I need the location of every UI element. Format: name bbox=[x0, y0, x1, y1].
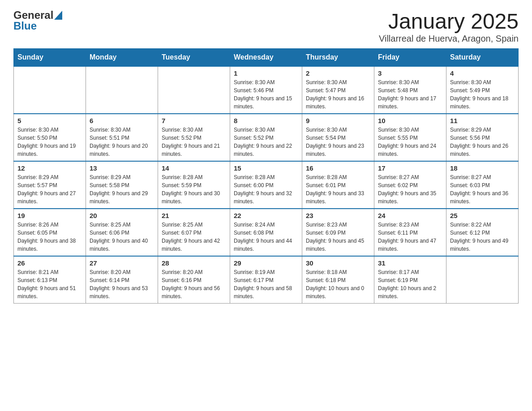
svg-marker-0 bbox=[54, 11, 62, 20]
day-info: Sunrise: 8:30 AM Sunset: 5:51 PM Dayligh… bbox=[90, 126, 154, 158]
day-number: 29 bbox=[234, 259, 298, 267]
calendar-cell: 17Sunrise: 8:27 AM Sunset: 6:02 PM Dayli… bbox=[374, 161, 446, 209]
day-number: 22 bbox=[234, 212, 298, 219]
calendar-cell: 28Sunrise: 8:20 AM Sunset: 6:16 PM Dayli… bbox=[158, 256, 230, 304]
day-info: Sunrise: 8:27 AM Sunset: 6:03 PM Dayligh… bbox=[450, 173, 515, 206]
day-number: 31 bbox=[378, 259, 442, 267]
calendar-cell: 3Sunrise: 8:30 AM Sunset: 5:48 PM Daylig… bbox=[374, 66, 446, 114]
day-info: Sunrise: 8:30 AM Sunset: 5:54 PM Dayligh… bbox=[306, 126, 370, 158]
day-number: 20 bbox=[90, 212, 154, 219]
day-info: Sunrise: 8:28 AM Sunset: 6:01 PM Dayligh… bbox=[306, 173, 370, 206]
day-header-sunday: Sunday bbox=[14, 49, 86, 67]
day-info: Sunrise: 8:23 AM Sunset: 6:09 PM Dayligh… bbox=[306, 221, 370, 253]
day-info: Sunrise: 8:28 AM Sunset: 6:00 PM Dayligh… bbox=[234, 173, 298, 206]
calendar-cell: 22Sunrise: 8:24 AM Sunset: 6:08 PM Dayli… bbox=[230, 209, 302, 256]
calendar-week-5: 26Sunrise: 8:21 AM Sunset: 6:13 PM Dayli… bbox=[14, 256, 519, 304]
day-number: 26 bbox=[17, 259, 82, 267]
day-number: 15 bbox=[234, 164, 298, 172]
calendar-cell: 26Sunrise: 8:21 AM Sunset: 6:13 PM Dayli… bbox=[14, 256, 86, 304]
calendar-cell: 8Sunrise: 8:30 AM Sunset: 5:52 PM Daylig… bbox=[230, 114, 302, 161]
day-info: Sunrise: 8:30 AM Sunset: 5:50 PM Dayligh… bbox=[17, 126, 82, 158]
day-header-monday: Monday bbox=[86, 49, 158, 67]
day-header-tuesday: Tuesday bbox=[158, 49, 230, 67]
day-number: 8 bbox=[234, 117, 298, 124]
day-number: 21 bbox=[162, 212, 226, 219]
calendar-cell: 14Sunrise: 8:28 AM Sunset: 5:59 PM Dayli… bbox=[158, 161, 230, 209]
day-info: Sunrise: 8:20 AM Sunset: 6:16 PM Dayligh… bbox=[162, 268, 226, 300]
day-info: Sunrise: 8:20 AM Sunset: 6:14 PM Dayligh… bbox=[90, 268, 154, 300]
calendar-title: January 2025 bbox=[379, 9, 519, 34]
day-number: 7 bbox=[162, 117, 226, 124]
calendar-week-3: 12Sunrise: 8:29 AM Sunset: 5:57 PM Dayli… bbox=[14, 161, 519, 209]
day-number: 4 bbox=[450, 69, 515, 77]
calendar-cell: 30Sunrise: 8:18 AM Sunset: 6:18 PM Dayli… bbox=[302, 256, 374, 304]
day-info: Sunrise: 8:30 AM Sunset: 5:52 PM Dayligh… bbox=[234, 126, 298, 158]
day-number: 14 bbox=[162, 164, 226, 172]
day-info: Sunrise: 8:18 AM Sunset: 6:18 PM Dayligh… bbox=[306, 268, 370, 300]
calendar-cell bbox=[86, 66, 158, 114]
calendar-cell bbox=[158, 66, 230, 114]
day-number: 25 bbox=[450, 212, 515, 219]
logo-blue-text: Blue bbox=[13, 20, 37, 32]
day-header-row: SundayMondayTuesdayWednesdayThursdayFrid… bbox=[14, 49, 519, 67]
page-header: General Blue January 2025 Villarreal de … bbox=[13, 9, 519, 44]
day-info: Sunrise: 8:23 AM Sunset: 6:11 PM Dayligh… bbox=[378, 221, 442, 253]
calendar-week-1: 1Sunrise: 8:30 AM Sunset: 5:46 PM Daylig… bbox=[14, 66, 519, 114]
day-number: 11 bbox=[450, 117, 515, 124]
day-info: Sunrise: 8:30 AM Sunset: 5:46 PM Dayligh… bbox=[234, 78, 298, 111]
day-number: 24 bbox=[378, 212, 442, 219]
calendar-week-2: 5Sunrise: 8:30 AM Sunset: 5:50 PM Daylig… bbox=[14, 114, 519, 161]
day-info: Sunrise: 8:30 AM Sunset: 5:48 PM Dayligh… bbox=[378, 78, 442, 111]
calendar-cell: 31Sunrise: 8:17 AM Sunset: 6:19 PM Dayli… bbox=[374, 256, 446, 304]
day-number: 10 bbox=[378, 117, 442, 124]
day-header-friday: Friday bbox=[374, 49, 446, 67]
day-info: Sunrise: 8:17 AM Sunset: 6:19 PM Dayligh… bbox=[378, 268, 442, 300]
calendar-cell: 25Sunrise: 8:22 AM Sunset: 6:12 PM Dayli… bbox=[446, 209, 519, 256]
logo-triangle-icon bbox=[54, 11, 62, 20]
calendar-cell: 27Sunrise: 8:20 AM Sunset: 6:14 PM Dayli… bbox=[86, 256, 158, 304]
day-info: Sunrise: 8:27 AM Sunset: 6:02 PM Dayligh… bbox=[378, 173, 442, 206]
day-info: Sunrise: 8:26 AM Sunset: 6:05 PM Dayligh… bbox=[17, 221, 82, 253]
calendar-header: SundayMondayTuesdayWednesdayThursdayFrid… bbox=[14, 49, 519, 67]
calendar-cell: 6Sunrise: 8:30 AM Sunset: 5:51 PM Daylig… bbox=[86, 114, 158, 161]
day-number: 28 bbox=[162, 259, 226, 267]
calendar-table: SundayMondayTuesdayWednesdayThursdayFrid… bbox=[13, 48, 519, 304]
title-block: January 2025 Villarreal de Huerva, Arago… bbox=[379, 9, 519, 44]
day-number: 12 bbox=[17, 164, 82, 172]
day-info: Sunrise: 8:25 AM Sunset: 6:06 PM Dayligh… bbox=[90, 221, 154, 253]
calendar-cell: 13Sunrise: 8:29 AM Sunset: 5:58 PM Dayli… bbox=[86, 161, 158, 209]
calendar-cell: 4Sunrise: 8:30 AM Sunset: 5:49 PM Daylig… bbox=[446, 66, 519, 114]
day-number: 23 bbox=[306, 212, 370, 219]
day-info: Sunrise: 8:28 AM Sunset: 5:59 PM Dayligh… bbox=[162, 173, 226, 206]
calendar-cell bbox=[14, 66, 86, 114]
calendar-cell: 19Sunrise: 8:26 AM Sunset: 6:05 PM Dayli… bbox=[14, 209, 86, 256]
calendar-cell: 16Sunrise: 8:28 AM Sunset: 6:01 PM Dayli… bbox=[302, 161, 374, 209]
day-info: Sunrise: 8:19 AM Sunset: 6:17 PM Dayligh… bbox=[234, 268, 298, 300]
day-number: 2 bbox=[306, 69, 370, 77]
calendar-cell: 29Sunrise: 8:19 AM Sunset: 6:17 PM Dayli… bbox=[230, 256, 302, 304]
calendar-cell: 15Sunrise: 8:28 AM Sunset: 6:00 PM Dayli… bbox=[230, 161, 302, 209]
day-info: Sunrise: 8:21 AM Sunset: 6:13 PM Dayligh… bbox=[17, 268, 82, 300]
day-info: Sunrise: 8:22 AM Sunset: 6:12 PM Dayligh… bbox=[450, 221, 515, 253]
calendar-cell: 1Sunrise: 8:30 AM Sunset: 5:46 PM Daylig… bbox=[230, 66, 302, 114]
calendar-cell: 7Sunrise: 8:30 AM Sunset: 5:52 PM Daylig… bbox=[158, 114, 230, 161]
calendar-cell: 24Sunrise: 8:23 AM Sunset: 6:11 PM Dayli… bbox=[374, 209, 446, 256]
calendar-cell: 12Sunrise: 8:29 AM Sunset: 5:57 PM Dayli… bbox=[14, 161, 86, 209]
calendar-week-4: 19Sunrise: 8:26 AM Sunset: 6:05 PM Dayli… bbox=[14, 209, 519, 256]
day-number: 17 bbox=[378, 164, 442, 172]
day-number: 6 bbox=[90, 117, 154, 124]
calendar-cell: 18Sunrise: 8:27 AM Sunset: 6:03 PM Dayli… bbox=[446, 161, 519, 209]
day-header-wednesday: Wednesday bbox=[230, 49, 302, 67]
calendar-cell: 23Sunrise: 8:23 AM Sunset: 6:09 PM Dayli… bbox=[302, 209, 374, 256]
day-info: Sunrise: 8:30 AM Sunset: 5:52 PM Dayligh… bbox=[162, 126, 226, 158]
day-number: 30 bbox=[306, 259, 370, 267]
calendar-cell: 10Sunrise: 8:30 AM Sunset: 5:55 PM Dayli… bbox=[374, 114, 446, 161]
calendar-cell: 5Sunrise: 8:30 AM Sunset: 5:50 PM Daylig… bbox=[14, 114, 86, 161]
calendar-subtitle: Villarreal de Huerva, Aragon, Spain bbox=[379, 34, 519, 44]
calendar-cell: 21Sunrise: 8:25 AM Sunset: 6:07 PM Dayli… bbox=[158, 209, 230, 256]
day-number: 16 bbox=[306, 164, 370, 172]
calendar-cell: 20Sunrise: 8:25 AM Sunset: 6:06 PM Dayli… bbox=[86, 209, 158, 256]
calendar-body: 1Sunrise: 8:30 AM Sunset: 5:46 PM Daylig… bbox=[14, 66, 519, 304]
day-number: 5 bbox=[17, 117, 82, 124]
day-info: Sunrise: 8:29 AM Sunset: 5:58 PM Dayligh… bbox=[90, 173, 154, 206]
